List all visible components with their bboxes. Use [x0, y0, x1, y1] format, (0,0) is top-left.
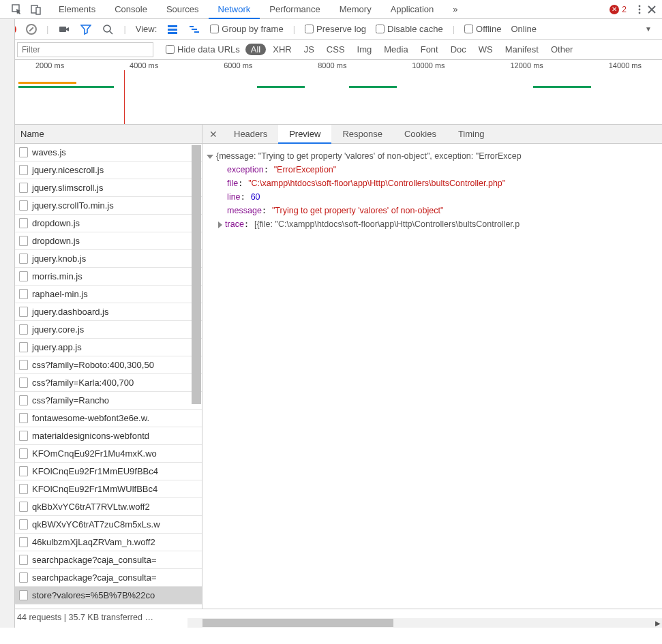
request-row[interactable]: waves.js [15, 144, 202, 162]
file-icon [19, 289, 28, 299]
file-icon [19, 254, 28, 264]
request-name: materialdesignicons-webfontd [32, 431, 149, 441]
filter-pill-all[interactable]: All [245, 44, 266, 55]
tab-sources[interactable]: Sources [157, 0, 209, 19]
waterfall-icon[interactable] [188, 23, 200, 35]
name-column-header[interactable]: Name [15, 125, 202, 144]
request-name: 46kulbzmXjLaqZRVam_h.woff2 [32, 537, 155, 547]
filter-pill-img[interactable]: Img [352, 44, 378, 55]
request-row[interactable]: jquery.nicescroll.js [15, 162, 202, 179]
filter-pill-doc[interactable]: Doc [445, 44, 472, 55]
request-row[interactable]: jquery.slimscroll.js [15, 179, 202, 197]
search-icon[interactable] [102, 23, 114, 35]
request-row[interactable]: raphael-min.js [15, 286, 202, 303]
filter-pill-media[interactable]: Media [378, 44, 413, 55]
request-row[interactable]: searchpackage?caja_consulta= [15, 551, 202, 569]
detail-tab-preview[interactable]: Preview [278, 125, 331, 144]
request-row[interactable]: jquery.app.js [15, 339, 202, 356]
request-row[interactable]: dropdown.js [15, 232, 202, 250]
file-icon [19, 572, 28, 583]
request-row[interactable]: jquery.scrollTo.min.js [15, 197, 202, 215]
request-row[interactable]: css?family=Karla:400,700 [15, 374, 202, 392]
tab-performance[interactable]: Performance [260, 0, 329, 19]
close-detail-icon[interactable]: ✕ [207, 129, 220, 140]
filter-bar: Hide data URLs AllXHRJSCSSImgMediaFontDo… [0, 40, 662, 60]
filter-pill-ws[interactable]: WS [473, 44, 498, 55]
overview-timeline[interactable]: 2000 ms4000 ms6000 ms8000 ms10000 ms1200… [15, 60, 662, 125]
svg-point-7 [104, 25, 110, 32]
file-icon [19, 502, 28, 512]
throttle-dropdown-icon[interactable]: ▼ [645, 25, 655, 33]
device-toggle-icon[interactable] [30, 3, 42, 16]
vertical-scrollbar[interactable] [192, 145, 201, 404]
request-row[interactable]: jquery.core.js [15, 321, 202, 339]
detail-tab-cookies[interactable]: Cookies [393, 125, 447, 144]
tick-label: 6000 ms [224, 61, 252, 70]
filter-pill-font[interactable]: Font [415, 44, 444, 55]
request-row[interactable]: KFOmCnqEu92Fr1Mu4mxK.wo [15, 445, 202, 463]
throttle-select[interactable]: Online [511, 24, 537, 34]
request-row[interactable]: jquery.dashboard.js [15, 303, 202, 321]
left-gutter [0, 19, 15, 628]
detail-tab-headers[interactable]: Headers [223, 125, 278, 144]
main-splitter: Name waves.jsjquery.nicescroll.jsjquery.… [0, 125, 662, 609]
filter-input[interactable] [17, 42, 153, 57]
request-row[interactable]: fontawesome-webfont3e6e.w. [15, 410, 202, 427]
tick-label: 14000 ms [609, 61, 642, 70]
request-row[interactable]: qkBbXvYC6trAT7RVLtw.woff2 [15, 498, 202, 516]
svg-rect-2 [36, 7, 40, 14]
filter-pill-css[interactable]: CSS [321, 44, 350, 55]
request-row[interactable]: qkBWXvYC6trAT7zuC8m5xLs.w [15, 516, 202, 534]
inspect-icon[interactable] [11, 3, 23, 16]
request-row[interactable]: morris.min.js [15, 268, 202, 286]
filter-pill-xhr[interactable]: XHR [267, 44, 297, 55]
request-row[interactable]: css?family=Roboto:400,300,50 [15, 356, 202, 374]
tab-network[interactable]: Network [209, 0, 260, 19]
disable-cache-checkbox[interactable]: Disable cache [376, 24, 443, 34]
preview-pane[interactable]: {message: "Trying to get property 'valor… [202, 144, 662, 609]
request-row[interactable]: dropdown.js [15, 215, 202, 232]
more-tabs-icon[interactable]: » [443, 0, 467, 19]
svg-rect-11 [190, 26, 194, 27]
horizontal-scrollbar[interactable]: ▶ [187, 618, 662, 628]
request-name: jquery.nicescroll.js [32, 165, 104, 175]
detail-tab-timing[interactable]: Timing [447, 125, 496, 144]
request-name: jquery.dashboard.js [32, 307, 109, 317]
request-name: jquery.core.js [32, 324, 84, 335]
large-rows-icon[interactable] [166, 23, 179, 35]
file-icon [19, 183, 28, 193]
kebab-menu-icon[interactable] [633, 3, 646, 16]
svg-rect-9 [168, 29, 177, 31]
request-row[interactable]: css?family=Rancho [15, 392, 202, 410]
tab-memory[interactable]: Memory [330, 0, 381, 19]
tab-elements[interactable]: Elements [49, 0, 105, 19]
main-tabs-bar: ElementsConsoleSourcesNetworkPerformance… [0, 0, 662, 19]
request-row[interactable]: store?valores=%5B%7B%22co [15, 587, 202, 604]
file-icon [19, 218, 28, 228]
file-icon [19, 431, 28, 441]
request-row[interactable]: materialdesignicons-webfontd [15, 427, 202, 445]
clear-button[interactable] [26, 24, 37, 35]
offline-checkbox[interactable]: Offline [464, 24, 501, 34]
request-row[interactable]: 46kulbzmXjLaqZRVam_h.woff2 [15, 534, 202, 551]
tab-console[interactable]: Console [105, 0, 157, 19]
filter-pill-js[interactable]: JS [299, 44, 320, 55]
group-by-frame-checkbox[interactable]: Group by frame [210, 24, 283, 34]
request-row[interactable]: KFOlCnqEu92Fr1MmWUlfBBc4 [15, 480, 202, 498]
request-row[interactable]: KFOlCnqEu92Fr1MmEU9fBBc4 [15, 463, 202, 480]
tab-application[interactable]: Application [381, 0, 444, 19]
request-name: qkBbXvYC6trAT7RVLtw.woff2 [32, 502, 150, 512]
request-row[interactable]: searchpackage?caja_consulta= [15, 569, 202, 587]
request-name: searchpackage?caja_consulta= [32, 572, 157, 583]
camera-icon[interactable] [58, 23, 70, 35]
close-devtools-icon[interactable] [646, 3, 658, 16]
error-indicator[interactable]: ✕2 [603, 5, 633, 14]
filter-icon[interactable] [80, 23, 92, 35]
request-row[interactable]: jquery.knob.js [15, 250, 202, 268]
detail-tab-response[interactable]: Response [331, 125, 393, 144]
preserve-log-checkbox[interactable]: Preserve log [305, 24, 366, 34]
filter-pill-manifest[interactable]: Manifest [500, 44, 544, 55]
filter-pill-other[interactable]: Other [545, 44, 579, 55]
file-icon [19, 413, 28, 423]
hide-data-urls-checkbox[interactable]: Hide data URLs [166, 44, 240, 55]
